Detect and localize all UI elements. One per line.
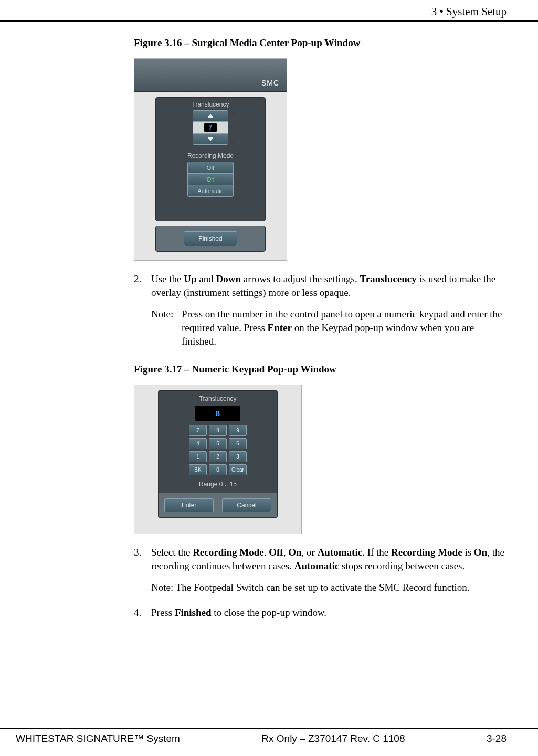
key-clear[interactable]: Clear [229,464,247,475]
t: Enter [268,322,292,333]
t: Automatic [318,547,362,558]
step-2-body: Use the Up and Down arrows to adjust the… [151,272,507,348]
footer-left: WHITESTAR SIGNATURE™ System [16,733,180,744]
recording-off-button[interactable]: Off [188,162,233,173]
t: . If the [362,547,391,558]
key-5[interactable]: 5 [209,438,227,449]
figure-317-caption: Figure 3.17 – Numeric Keypad Pop-up Wind… [134,364,507,375]
smc-titlebar: SMC [134,59,287,92]
t: Finished [175,607,212,618]
figure-316-caption: Figure 3.16 – Surgical Media Center Pop-… [134,37,507,49]
smc-title: SMC [261,79,279,87]
translucency-spinner: 15 7 0 [193,110,228,145]
keypad-panel: Translucency 8 7 8 9 4 5 6 1 2 3 BK 0 Cl… [158,390,278,493]
page-header: 3 • System Setup [0,0,538,22]
t: Automatic [294,560,339,571]
step-3-body: Select the Recording Mode. Off, On, or A… [151,546,507,594]
arrow-down-icon [207,137,214,141]
t: , or [302,547,318,558]
footer-right: 3-28 [487,733,507,744]
page-footer: WHITESTAR SIGNATURE™ System Rx Only – Z3… [0,728,538,744]
t: . [264,547,269,558]
step-4: 4. Press Finished to close the pop-up wi… [134,606,507,620]
t: , [283,547,289,558]
key-9[interactable]: 9 [229,425,247,436]
step-2-note: Note: Press on the number in the control… [151,307,507,348]
t: On [288,547,301,558]
t: Recording Mode [193,547,264,558]
t: arrows to adjust the settings. [241,273,360,284]
step-4-number: 4. [134,606,151,620]
note-body: Press on the number in the control panel… [182,307,507,348]
t: Use the [151,273,184,284]
key-7[interactable]: 7 [189,425,207,436]
arrow-up-icon [207,114,214,118]
t: Press [151,607,175,618]
keypad-action-bar: Enter Cancel [158,493,278,518]
enter-button[interactable]: Enter [164,498,214,512]
keypad-popup: Translucency 8 7 8 9 4 5 6 1 2 3 BK 0 Cl… [134,385,302,534]
step-2-number: 2. [134,272,151,348]
smc-popup: SMC Translucency 15 7 0 Recording Mode O… [134,58,287,261]
translucency-down-button[interactable] [193,133,228,145]
footer-mid: Rx Only – Z370147 Rev. C 1108 [261,733,405,744]
keypad-display[interactable]: 8 [195,406,240,421]
step-2: 2. Use the Up and Down arrows to adjust … [134,272,507,348]
t: to close the pop-up window. [212,607,326,618]
t: On [474,547,487,558]
t: Select the [151,547,193,558]
t: stops recording between cases. [339,560,465,571]
t: and [197,273,216,284]
smc-panel: Translucency 15 7 0 Recording Mode Off O… [155,97,266,221]
translucency-label: Translucency [192,101,229,108]
step-3: 3. Select the Recording Mode. Off, On, o… [134,546,507,594]
translucency-value-field[interactable]: 7 [193,122,228,133]
keypad-title: Translucency [199,395,237,402]
key-1[interactable]: 1 [189,451,207,462]
key-6[interactable]: 6 [229,438,247,449]
t: Off [269,547,283,558]
translucency-up-button[interactable] [193,110,228,122]
key-3[interactable]: 3 [229,451,247,462]
recording-on-button[interactable]: On [188,173,233,185]
recording-mode-options: Off On Automatic [187,162,234,197]
finished-button[interactable]: Finished [184,231,237,246]
t: is [462,547,474,558]
key-2[interactable]: 2 [209,451,227,462]
step-4-body: Press Finished to close the pop-up windo… [151,606,507,620]
translucency-value: 7 [204,123,218,132]
smc-action-bar: Finished [155,226,266,252]
recording-mode-label: Recording Mode [187,152,234,159]
keypad-grid: 7 8 9 4 5 6 1 2 3 BK 0 Clear [189,425,247,475]
key-0[interactable]: 0 [209,464,227,475]
recording-automatic-button[interactable]: Automatic [188,185,233,196]
key-bk[interactable]: BK [189,464,207,475]
cancel-button[interactable]: Cancel [222,498,271,512]
t: Up [184,273,196,284]
key-8[interactable]: 8 [209,425,227,436]
key-4[interactable]: 4 [189,438,207,449]
t: Translucency [360,273,416,284]
note-label: Note: [151,307,182,348]
step-3-note: Note: The Footpedal Switch can be set up… [151,581,507,594]
keypad-range: Range 0 .. 15 [199,481,237,488]
step-3-number: 3. [134,546,151,594]
translucency-min: 0 [231,140,234,145]
translucency-max: 15 [232,110,237,115]
t: Down [216,273,241,284]
t: Recording Mode [391,547,462,558]
